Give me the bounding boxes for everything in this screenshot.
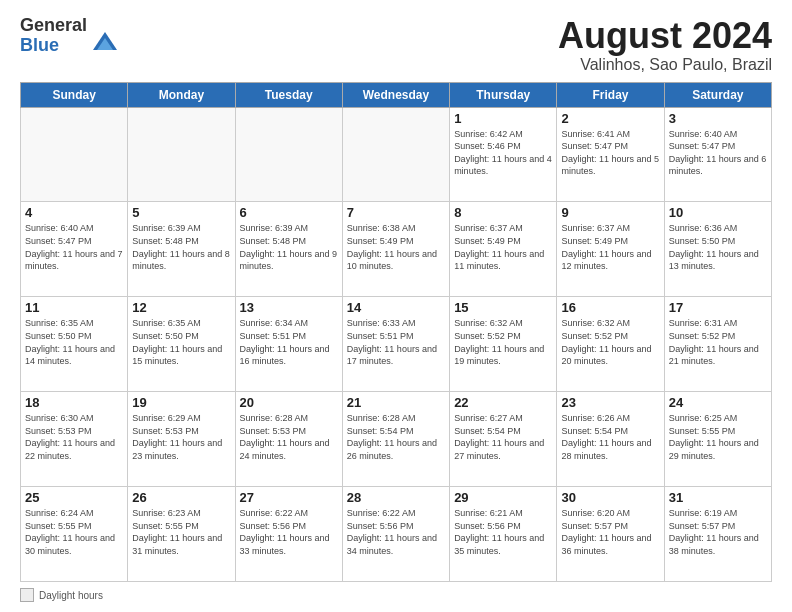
col-header-saturday: Saturday xyxy=(664,82,771,107)
day-info: Sunrise: 6:28 AM Sunset: 5:54 PM Dayligh… xyxy=(347,412,445,462)
calendar-cell: 1Sunrise: 6:42 AM Sunset: 5:46 PM Daylig… xyxy=(450,107,557,202)
col-header-sunday: Sunday xyxy=(21,82,128,107)
day-number: 28 xyxy=(347,490,445,505)
footer: Daylight hours xyxy=(20,588,772,602)
calendar-cell xyxy=(342,107,449,202)
calendar-cell: 31Sunrise: 6:19 AM Sunset: 5:57 PM Dayli… xyxy=(664,487,771,582)
calendar-cell: 6Sunrise: 6:39 AM Sunset: 5:48 PM Daylig… xyxy=(235,202,342,297)
footer-daylight: Daylight hours xyxy=(20,588,103,602)
calendar-cell: 25Sunrise: 6:24 AM Sunset: 5:55 PM Dayli… xyxy=(21,487,128,582)
day-number: 4 xyxy=(25,205,123,220)
day-info: Sunrise: 6:37 AM Sunset: 5:49 PM Dayligh… xyxy=(454,222,552,272)
day-info: Sunrise: 6:39 AM Sunset: 5:48 PM Dayligh… xyxy=(132,222,230,272)
col-header-friday: Friday xyxy=(557,82,664,107)
day-info: Sunrise: 6:27 AM Sunset: 5:54 PM Dayligh… xyxy=(454,412,552,462)
logo-icon xyxy=(91,28,119,56)
day-number: 8 xyxy=(454,205,552,220)
day-number: 1 xyxy=(454,111,552,126)
calendar-cell: 5Sunrise: 6:39 AM Sunset: 5:48 PM Daylig… xyxy=(128,202,235,297)
calendar-cell xyxy=(128,107,235,202)
day-info: Sunrise: 6:36 AM Sunset: 5:50 PM Dayligh… xyxy=(669,222,767,272)
day-info: Sunrise: 6:42 AM Sunset: 5:46 PM Dayligh… xyxy=(454,128,552,178)
calendar-cell: 16Sunrise: 6:32 AM Sunset: 5:52 PM Dayli… xyxy=(557,297,664,392)
calendar-cell: 14Sunrise: 6:33 AM Sunset: 5:51 PM Dayli… xyxy=(342,297,449,392)
calendar-cell: 7Sunrise: 6:38 AM Sunset: 5:49 PM Daylig… xyxy=(342,202,449,297)
calendar-cell: 15Sunrise: 6:32 AM Sunset: 5:52 PM Dayli… xyxy=(450,297,557,392)
day-info: Sunrise: 6:22 AM Sunset: 5:56 PM Dayligh… xyxy=(240,507,338,557)
week-row-3: 11Sunrise: 6:35 AM Sunset: 5:50 PM Dayli… xyxy=(21,297,772,392)
day-number: 12 xyxy=(132,300,230,315)
calendar-cell: 9Sunrise: 6:37 AM Sunset: 5:49 PM Daylig… xyxy=(557,202,664,297)
title-location: Valinhos, Sao Paulo, Brazil xyxy=(558,56,772,74)
calendar-cell: 4Sunrise: 6:40 AM Sunset: 5:47 PM Daylig… xyxy=(21,202,128,297)
day-number: 11 xyxy=(25,300,123,315)
footer-box xyxy=(20,588,34,602)
calendar-cell: 21Sunrise: 6:28 AM Sunset: 5:54 PM Dayli… xyxy=(342,392,449,487)
day-info: Sunrise: 6:37 AM Sunset: 5:49 PM Dayligh… xyxy=(561,222,659,272)
day-info: Sunrise: 6:34 AM Sunset: 5:51 PM Dayligh… xyxy=(240,317,338,367)
col-header-monday: Monday xyxy=(128,82,235,107)
calendar-cell: 8Sunrise: 6:37 AM Sunset: 5:49 PM Daylig… xyxy=(450,202,557,297)
day-info: Sunrise: 6:21 AM Sunset: 5:56 PM Dayligh… xyxy=(454,507,552,557)
day-info: Sunrise: 6:40 AM Sunset: 5:47 PM Dayligh… xyxy=(669,128,767,178)
day-number: 3 xyxy=(669,111,767,126)
day-info: Sunrise: 6:31 AM Sunset: 5:52 PM Dayligh… xyxy=(669,317,767,367)
day-number: 26 xyxy=(132,490,230,505)
calendar-cell: 24Sunrise: 6:25 AM Sunset: 5:55 PM Dayli… xyxy=(664,392,771,487)
calendar-cell: 30Sunrise: 6:20 AM Sunset: 5:57 PM Dayli… xyxy=(557,487,664,582)
calendar-cell: 27Sunrise: 6:22 AM Sunset: 5:56 PM Dayli… xyxy=(235,487,342,582)
footer-daylight-label: Daylight hours xyxy=(39,590,103,601)
calendar-cell xyxy=(235,107,342,202)
calendar-cell: 29Sunrise: 6:21 AM Sunset: 5:56 PM Dayli… xyxy=(450,487,557,582)
day-number: 30 xyxy=(561,490,659,505)
day-info: Sunrise: 6:24 AM Sunset: 5:55 PM Dayligh… xyxy=(25,507,123,557)
day-number: 15 xyxy=(454,300,552,315)
title-block: August 2024 Valinhos, Sao Paulo, Brazil xyxy=(558,16,772,74)
day-info: Sunrise: 6:25 AM Sunset: 5:55 PM Dayligh… xyxy=(669,412,767,462)
week-row-4: 18Sunrise: 6:30 AM Sunset: 5:53 PM Dayli… xyxy=(21,392,772,487)
day-number: 29 xyxy=(454,490,552,505)
day-info: Sunrise: 6:32 AM Sunset: 5:52 PM Dayligh… xyxy=(454,317,552,367)
calendar-cell: 2Sunrise: 6:41 AM Sunset: 5:47 PM Daylig… xyxy=(557,107,664,202)
day-info: Sunrise: 6:30 AM Sunset: 5:53 PM Dayligh… xyxy=(25,412,123,462)
week-row-1: 1Sunrise: 6:42 AM Sunset: 5:46 PM Daylig… xyxy=(21,107,772,202)
calendar-cell: 10Sunrise: 6:36 AM Sunset: 5:50 PM Dayli… xyxy=(664,202,771,297)
title-month: August 2024 xyxy=(558,16,772,56)
day-number: 19 xyxy=(132,395,230,410)
day-number: 17 xyxy=(669,300,767,315)
logo: General Blue xyxy=(20,16,119,56)
day-number: 10 xyxy=(669,205,767,220)
day-number: 24 xyxy=(669,395,767,410)
day-number: 22 xyxy=(454,395,552,410)
calendar-cell: 13Sunrise: 6:34 AM Sunset: 5:51 PM Dayli… xyxy=(235,297,342,392)
calendar-cell: 22Sunrise: 6:27 AM Sunset: 5:54 PM Dayli… xyxy=(450,392,557,487)
logo-blue: Blue xyxy=(20,36,87,56)
day-number: 7 xyxy=(347,205,445,220)
day-info: Sunrise: 6:28 AM Sunset: 5:53 PM Dayligh… xyxy=(240,412,338,462)
day-number: 18 xyxy=(25,395,123,410)
day-info: Sunrise: 6:35 AM Sunset: 5:50 PM Dayligh… xyxy=(132,317,230,367)
day-info: Sunrise: 6:32 AM Sunset: 5:52 PM Dayligh… xyxy=(561,317,659,367)
day-info: Sunrise: 6:22 AM Sunset: 5:56 PM Dayligh… xyxy=(347,507,445,557)
calendar-cell: 11Sunrise: 6:35 AM Sunset: 5:50 PM Dayli… xyxy=(21,297,128,392)
day-number: 20 xyxy=(240,395,338,410)
day-number: 5 xyxy=(132,205,230,220)
calendar-header-row: SundayMondayTuesdayWednesdayThursdayFrid… xyxy=(21,82,772,107)
day-info: Sunrise: 6:40 AM Sunset: 5:47 PM Dayligh… xyxy=(25,222,123,272)
header: General Blue August 2024 Valinhos, Sao P… xyxy=(20,16,772,74)
day-number: 21 xyxy=(347,395,445,410)
day-number: 13 xyxy=(240,300,338,315)
day-info: Sunrise: 6:23 AM Sunset: 5:55 PM Dayligh… xyxy=(132,507,230,557)
logo-general: General xyxy=(20,16,87,36)
day-number: 16 xyxy=(561,300,659,315)
col-header-wednesday: Wednesday xyxy=(342,82,449,107)
calendar-cell xyxy=(21,107,128,202)
calendar-cell: 23Sunrise: 6:26 AM Sunset: 5:54 PM Dayli… xyxy=(557,392,664,487)
calendar-cell: 12Sunrise: 6:35 AM Sunset: 5:50 PM Dayli… xyxy=(128,297,235,392)
week-row-5: 25Sunrise: 6:24 AM Sunset: 5:55 PM Dayli… xyxy=(21,487,772,582)
calendar-cell: 20Sunrise: 6:28 AM Sunset: 5:53 PM Dayli… xyxy=(235,392,342,487)
day-info: Sunrise: 6:29 AM Sunset: 5:53 PM Dayligh… xyxy=(132,412,230,462)
day-info: Sunrise: 6:26 AM Sunset: 5:54 PM Dayligh… xyxy=(561,412,659,462)
calendar-cell: 19Sunrise: 6:29 AM Sunset: 5:53 PM Dayli… xyxy=(128,392,235,487)
day-number: 6 xyxy=(240,205,338,220)
